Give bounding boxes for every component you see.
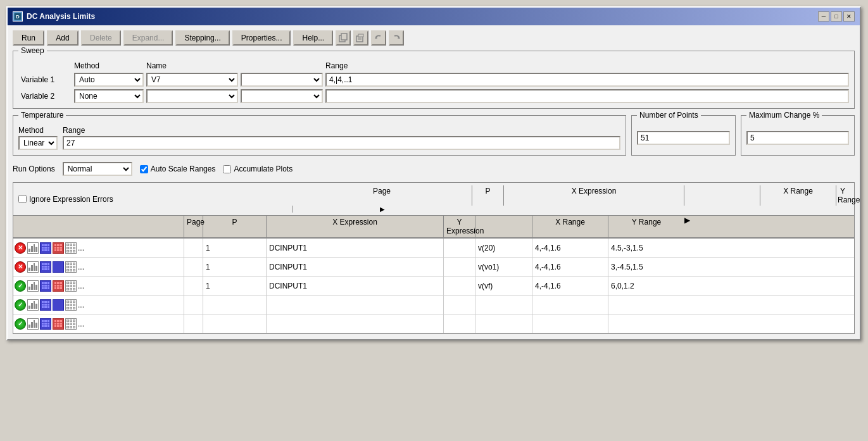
row4-x-range[interactable]	[532, 295, 608, 314]
variable2-method-select[interactable]: None Auto Linear	[74, 89, 144, 103]
run-options-select[interactable]: Normal Fast Slow	[63, 162, 132, 176]
row1-more-button[interactable]: ...	[78, 244, 84, 252]
row1-x-expression[interactable]: DCINPUT1	[267, 239, 444, 257]
row2-x-range[interactable]: 4,-4,1.6	[532, 258, 608, 276]
maximize-button[interactable]: □	[831, 11, 842, 22]
row1-y-range[interactable]: 4.5,-3,1.5	[608, 239, 684, 257]
undo-icon[interactable]	[371, 30, 386, 46]
row2-more-button[interactable]: ...	[78, 263, 84, 271]
row1-p[interactable]: 1	[203, 239, 267, 257]
temperature-method-dropdown[interactable]: Linear Log	[18, 136, 58, 150]
variable1-extra-dropdown[interactable]	[241, 73, 323, 87]
row4-more-button[interactable]: ...	[78, 301, 84, 309]
redo-icon[interactable]	[389, 30, 404, 46]
row5-status-icon[interactable]: ✓	[15, 318, 26, 330]
variable1-extra-select[interactable]	[241, 73, 323, 87]
row1-page[interactable]	[184, 239, 203, 257]
variable2-range-input[interactable]	[325, 89, 849, 103]
minimize-button[interactable]: ─	[818, 11, 829, 22]
row5-x-expression[interactable]	[267, 314, 444, 333]
row4-page[interactable]	[184, 295, 203, 314]
row1-x-range[interactable]: 4,-4,1.6	[532, 239, 608, 257]
maximum-change-input[interactable]	[746, 131, 849, 145]
row1-y-expr-value[interactable]: v(20)	[475, 239, 532, 257]
variable2-name-select[interactable]	[146, 89, 238, 103]
row5-bar-icon1[interactable]	[27, 318, 39, 330]
row3-grid-small[interactable]	[65, 280, 77, 292]
row4-y-range[interactable]	[608, 295, 684, 314]
row2-bar-icon1[interactable]	[27, 261, 39, 273]
row3-status-icon[interactable]: ✓	[15, 280, 26, 292]
variable1-name-dropdown[interactable]: V7	[146, 73, 238, 87]
row1-grid-small[interactable]	[65, 242, 77, 254]
row5-more-button[interactable]: ...	[78, 320, 84, 328]
row2-grid-icon-blue[interactable]	[40, 261, 51, 273]
temperature-method-select[interactable]: Linear Log	[18, 136, 58, 150]
row2-x-expression[interactable]: DCINPUT1	[267, 258, 444, 276]
row3-x-range[interactable]: 4,-4,1.6	[532, 276, 608, 295]
variable2-method-dropdown[interactable]: None Auto Linear	[74, 89, 144, 103]
paste-icon[interactable]	[353, 30, 368, 46]
row2-p[interactable]: 1	[203, 258, 267, 276]
variable1-method-dropdown[interactable]: Auto Linear Log	[74, 73, 144, 87]
row4-status-icon[interactable]: ✓	[15, 299, 26, 311]
row4-y-expr-empty[interactable]	[444, 295, 475, 314]
row3-y-expr-empty[interactable]	[444, 276, 475, 295]
row1-bar-icon1[interactable]	[27, 242, 39, 254]
row5-page[interactable]	[184, 314, 203, 333]
row1-color-icon-red[interactable]	[53, 242, 64, 254]
temperature-range-input[interactable]	[63, 136, 620, 150]
run-options-dropdown[interactable]: Normal Fast Slow	[63, 162, 132, 176]
variable2-name-dropdown[interactable]	[146, 89, 238, 103]
row4-p[interactable]	[203, 295, 267, 314]
row3-y-expression[interactable]: v(vf)	[475, 276, 532, 295]
row3-x-expression[interactable]: DCINPUT1	[267, 276, 444, 295]
row3-color-icon-red[interactable]	[53, 280, 64, 292]
row5-y-range[interactable]	[608, 314, 684, 333]
row3-grid-icon-blue[interactable]	[40, 280, 51, 292]
row1-grid-icon-blue[interactable]	[40, 242, 51, 254]
row1-y-expression[interactable]	[444, 239, 475, 257]
variable1-method-select[interactable]: Auto Linear Log	[74, 73, 144, 87]
row3-more-button[interactable]: ...	[78, 282, 84, 290]
row5-grid-small[interactable]	[65, 318, 77, 330]
accumulate-plots-checkbox[interactable]	[223, 165, 231, 173]
variable2-extra-dropdown[interactable]	[241, 89, 323, 103]
row3-y-range[interactable]: 6,0,1.2	[608, 276, 684, 295]
row2-status-icon[interactable]: ✕	[15, 261, 26, 273]
row4-bar-icon1[interactable]	[27, 299, 39, 311]
row1-status-icon[interactable]: ✕	[15, 242, 26, 254]
row4-color-icon-blue[interactable]	[53, 299, 64, 311]
row4-y-expression[interactable]	[475, 295, 532, 314]
row4-grid-small[interactable]	[65, 299, 77, 311]
variable2-extra-select[interactable]	[241, 89, 323, 103]
row5-y-expr-empty[interactable]	[444, 314, 475, 333]
scroll-right-btn[interactable]: ▶	[292, 206, 472, 213]
copy-icon[interactable]	[336, 30, 351, 46]
row3-page[interactable]	[184, 276, 203, 295]
row4-x-expression[interactable]	[267, 295, 444, 314]
number-of-points-input[interactable]	[637, 131, 730, 145]
row5-y-expression[interactable]	[475, 314, 532, 333]
row5-grid-icon-blue[interactable]	[40, 318, 51, 330]
run-button[interactable]: Run	[13, 30, 44, 46]
row3-bar-icon1[interactable]	[27, 280, 39, 292]
stepping-button[interactable]: Stepping...	[175, 30, 229, 46]
row5-x-range[interactable]	[532, 314, 608, 333]
add-button[interactable]: Add	[47, 30, 79, 46]
ignore-errors-checkbox[interactable]	[18, 195, 27, 203]
row2-y-expression[interactable]: v(vo1)	[475, 258, 532, 276]
row4-grid-icon-blue[interactable]	[40, 299, 51, 311]
row2-page[interactable]	[184, 258, 203, 276]
row2-color-icon-blue[interactable]	[53, 261, 64, 273]
row2-y-expr-empty[interactable]	[444, 258, 475, 276]
variable1-name-select[interactable]: V7	[146, 73, 238, 87]
help-button[interactable]: Help...	[293, 30, 333, 46]
row2-y-range[interactable]: 3,-4.5,1.5	[608, 258, 684, 276]
close-button[interactable]: ✕	[843, 11, 855, 22]
variable1-range-input[interactable]	[325, 73, 849, 87]
row3-p[interactable]: 1	[203, 276, 267, 295]
row5-color-icon-red[interactable]	[53, 318, 64, 330]
properties-button[interactable]: Properties...	[232, 30, 291, 46]
auto-scale-checkbox[interactable]	[140, 165, 148, 173]
